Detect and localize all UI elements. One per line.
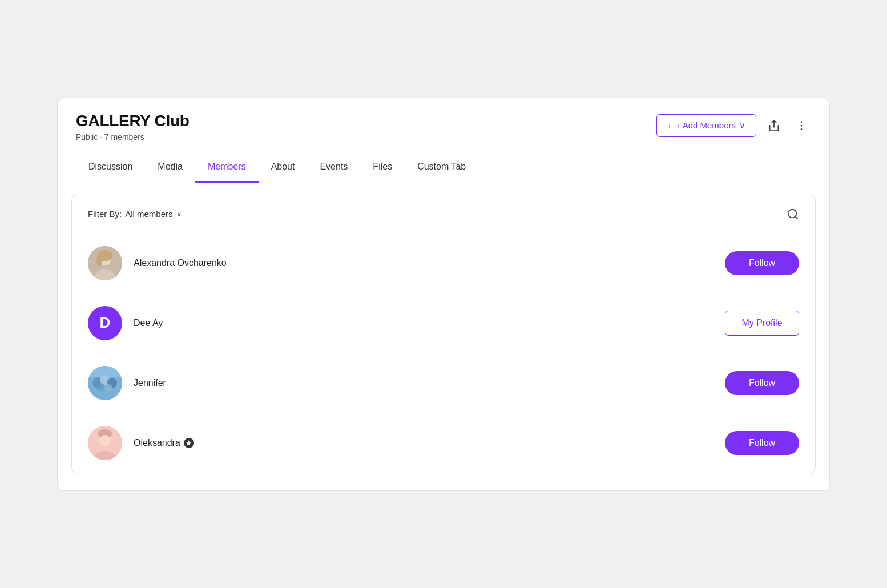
club-subtitle: Public · 7 members [76, 132, 190, 142]
share-icon [768, 119, 780, 132]
member-row: Jennifer Follow [72, 353, 815, 413]
member-badge-icon [184, 438, 194, 448]
follow-button[interactable]: Follow [725, 431, 799, 455]
tab-members[interactable]: Members [195, 152, 259, 183]
avatar [88, 246, 122, 280]
club-title: GALLERY Club [76, 112, 190, 130]
more-icon [795, 119, 808, 132]
member-name: Jennifer [134, 378, 725, 388]
svg-point-22 [100, 435, 110, 446]
tab-events[interactable]: Events [307, 152, 360, 183]
share-button[interactable] [764, 116, 784, 135]
add-members-label: + Add Members [676, 120, 736, 130]
follow-button[interactable]: Follow [725, 371, 799, 395]
avatar-image [88, 426, 122, 460]
members-card: Filter By: All members ∨ [71, 195, 816, 473]
member-row: D Dee Ay My Profile [72, 293, 815, 353]
tab-custom[interactable]: Custom Tab [405, 152, 478, 183]
svg-rect-17 [88, 366, 122, 377]
member-row: Alexandra Ovcharenko Follow [72, 233, 815, 293]
tab-files[interactable]: Files [360, 152, 405, 183]
my-profile-button[interactable]: My Profile [725, 311, 799, 336]
member-name: Alexandra Ovcharenko [134, 258, 725, 268]
search-button[interactable] [787, 208, 799, 220]
svg-point-16 [104, 384, 112, 392]
member-name: Dee Ay [134, 318, 725, 328]
avatar-initial: D [100, 314, 111, 332]
tab-media[interactable]: Media [145, 152, 195, 183]
add-members-button[interactable]: + + Add Members ∨ [656, 114, 756, 137]
filter-value: All members [125, 209, 172, 219]
avatar [88, 426, 122, 460]
svg-point-1 [801, 121, 803, 123]
main-content: Filter By: All members ∨ [58, 183, 829, 490]
avatar [88, 366, 122, 400]
svg-point-15 [98, 384, 106, 392]
filter-dropdown[interactable]: Filter By: All members ∨ [88, 209, 182, 219]
avatar-image [88, 366, 122, 400]
header-right: + + Add Members ∨ [656, 114, 811, 137]
search-icon [787, 208, 799, 220]
nav-tabs: Discussion Media Members About Events Fi… [58, 152, 829, 183]
page-container: GALLERY Club Public · 7 members + + Add … [57, 98, 830, 491]
filter-label: Filter By: [88, 209, 122, 219]
avatar-image [88, 246, 122, 280]
svg-marker-23 [186, 440, 191, 445]
tab-discussion[interactable]: Discussion [76, 152, 145, 183]
filter-bar: Filter By: All members ∨ [72, 195, 815, 233]
avatar: D [88, 306, 122, 340]
svg-point-10 [96, 255, 102, 267]
filter-chevron-icon: ∨ [176, 210, 182, 218]
member-row: Oleksandra Follow [72, 413, 815, 473]
member-name: Oleksandra [134, 438, 725, 448]
svg-point-2 [801, 124, 803, 126]
chevron-down-icon: ∨ [739, 120, 745, 131]
svg-point-3 [801, 128, 803, 130]
more-options-button[interactable] [792, 116, 811, 135]
follow-button[interactable]: Follow [725, 251, 799, 275]
plus-icon: + [667, 120, 672, 130]
header: GALLERY Club Public · 7 members + + Add … [58, 98, 829, 142]
header-left: GALLERY Club Public · 7 members [76, 112, 190, 142]
tab-about[interactable]: About [259, 152, 308, 183]
svg-line-5 [795, 216, 797, 219]
badge-star-icon [186, 440, 192, 446]
